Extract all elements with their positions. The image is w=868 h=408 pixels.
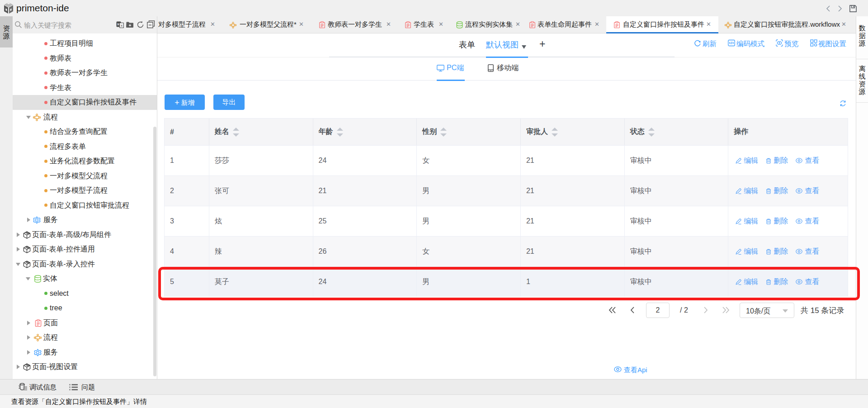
svg-text:x: x bbox=[121, 24, 123, 28]
